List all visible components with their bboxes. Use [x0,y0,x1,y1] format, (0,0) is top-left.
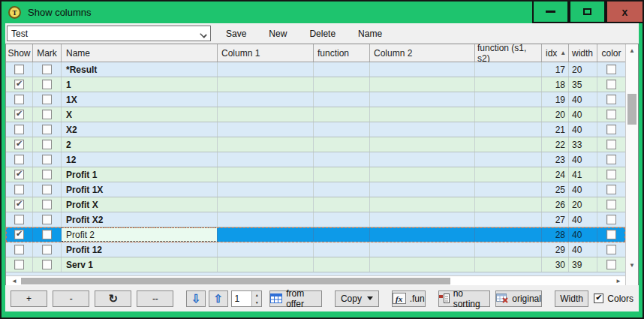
function-s1-s2-cell[interactable] [475,227,542,242]
header-idx[interactable]: idx ▲ [542,44,569,62]
vertical-scroll-thumb[interactable] [627,94,636,125]
width-cell[interactable]: 40 [569,242,597,257]
column1-cell[interactable] [218,227,314,242]
function-s1-s2-cell[interactable] [475,197,542,212]
width-cell[interactable]: 41 [569,167,597,182]
color-cell[interactable] [597,137,625,152]
idx-cell[interactable]: 29 [542,242,569,257]
function-cell[interactable] [314,137,370,152]
table-row[interactable]: 12 23 40 [6,152,625,167]
table-row[interactable]: 1 18 35 [6,77,625,92]
name-cell[interactable]: 2 [62,137,218,152]
width-cell[interactable]: 33 [569,137,597,152]
mark-cell[interactable] [33,197,62,212]
function-s1-s2-cell[interactable] [475,92,542,107]
color-cell[interactable] [597,77,625,92]
horizontal-scroll-thumb[interactable] [21,278,450,284]
column1-cell[interactable] [218,197,314,212]
show-cell[interactable] [6,152,33,167]
function-cell[interactable] [314,167,370,182]
mark-cell[interactable] [33,92,62,107]
mark-cell[interactable] [33,137,62,152]
spinner-up-icon[interactable]: ▲ [252,291,261,299]
idx-cell[interactable]: 19 [542,92,569,107]
move-down-button[interactable]: ⇩ [186,290,206,307]
mark-checkbox[interactable] [42,140,52,149]
mark-checkbox[interactable] [42,215,52,224]
table-row[interactable]: Profit X2 27 40 [6,212,625,227]
column2-cell[interactable] [370,182,475,197]
color-checkbox[interactable] [606,245,616,254]
width-button[interactable]: Width [555,290,588,307]
show-checkbox[interactable] [14,245,24,254]
vertical-scrollbar[interactable]: ▲ ▼ [625,44,638,285]
name-cell[interactable]: Profit 1 [62,167,218,182]
color-cell[interactable] [597,62,625,77]
show-checkbox[interactable] [14,80,24,89]
name-cell[interactable]: Profit 12 [62,242,218,257]
function-cell[interactable] [314,122,370,137]
function-s1-s2-cell[interactable] [475,182,542,197]
column1-cell[interactable] [218,242,314,257]
width-cell[interactable]: 40 [569,227,597,242]
function-s1-s2-cell[interactable] [475,242,542,257]
show-cell[interactable] [6,167,33,182]
header-function[interactable]: function [314,44,370,62]
color-checkbox[interactable] [606,110,616,119]
preset-combobox[interactable]: Test [7,26,211,41]
scroll-right-icon[interactable]: ► [615,278,621,285]
maximize-button[interactable] [569,2,606,23]
width-cell[interactable]: 35 [569,77,597,92]
name-cell[interactable]: Profit 1X [62,182,218,197]
show-cell[interactable] [6,182,33,197]
name-cell[interactable]: Profit 2 [62,227,218,242]
idx-cell[interactable]: 20 [542,107,569,122]
show-checkbox[interactable] [14,65,24,74]
show-cell[interactable] [6,92,33,107]
mark-cell[interactable] [33,77,62,92]
color-checkbox[interactable] [606,80,616,89]
function-cell[interactable] [314,107,370,122]
show-cell[interactable] [6,77,33,92]
color-checkbox[interactable] [606,230,616,239]
column2-cell[interactable] [370,137,475,152]
table-row[interactable]: Profit X 26 20 [6,197,625,212]
function-s1-s2-cell[interactable] [475,212,542,227]
header-color[interactable]: color [597,44,625,62]
move-up-button[interactable]: ⇧ [209,290,228,307]
function-s1-s2-cell[interactable] [475,257,542,272]
copy-button[interactable]: Copy [335,290,379,307]
table-row[interactable]: Profit 12 29 40 [6,242,625,257]
function-cell[interactable] [314,227,370,242]
table-row[interactable]: Profit 1 24 41 [6,167,625,182]
column2-cell[interactable] [370,92,475,107]
function-s1-s2-cell[interactable] [475,152,542,167]
scroll-up-icon[interactable]: ▲ [629,47,635,54]
mark-checkbox[interactable] [42,65,52,74]
mark-cell[interactable] [33,152,62,167]
function-s1-s2-cell[interactable] [475,77,542,92]
step-spinner[interactable]: 1 ▲ ▼ [231,290,263,307]
idx-cell[interactable]: 26 [542,197,569,212]
spinner-down-icon[interactable]: ▼ [252,299,261,306]
refresh-button[interactable]: ↻ [95,290,131,307]
show-checkbox[interactable] [14,110,24,119]
column2-cell[interactable] [370,122,475,137]
width-cell[interactable]: 40 [569,107,597,122]
mark-checkbox[interactable] [42,200,52,209]
color-checkbox[interactable] [606,170,616,179]
idx-cell[interactable]: 25 [542,182,569,197]
header-column2[interactable]: Column 2 [370,44,475,62]
color-cell[interactable] [597,227,625,242]
idx-cell[interactable]: 30 [542,257,569,272]
name-cell[interactable]: X2 [62,122,218,137]
name-cell[interactable]: Profit X2 [62,212,218,227]
column2-cell[interactable] [370,167,475,182]
show-cell[interactable] [6,122,33,137]
scroll-down-icon[interactable]: ▼ [629,262,635,269]
name-cell[interactable]: Serv 1 [62,257,218,272]
show-checkbox[interactable] [14,230,24,239]
horizontal-scrollbar[interactable]: ◄ ► [6,275,625,285]
function-s1-s2-cell[interactable] [475,122,542,137]
menu-delete[interactable]: Delete [309,29,336,39]
